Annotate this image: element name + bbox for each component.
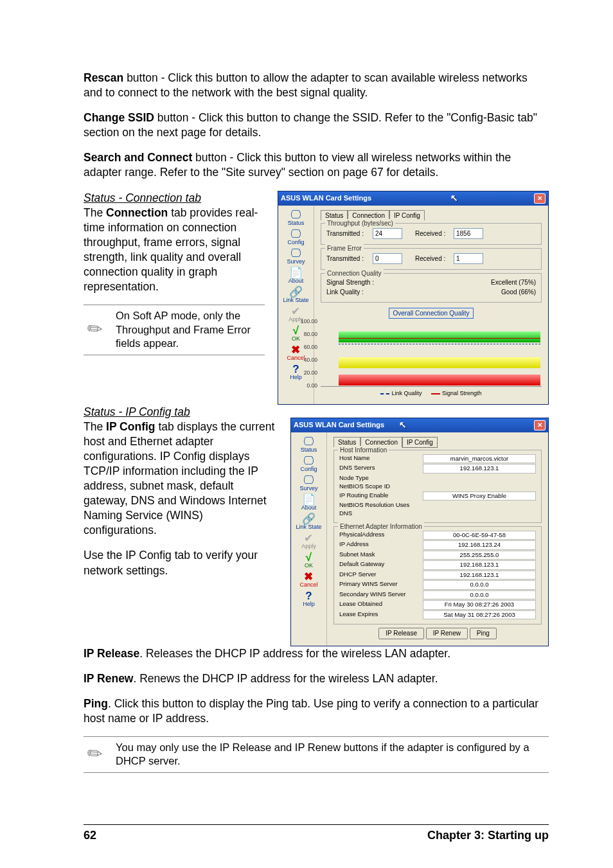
section-connection-text: The Connection tab provides real-time in… [84, 206, 265, 295]
pencil-icon: ✎ [78, 314, 111, 346]
search-paragraph: Search and Connect button - Click this b… [84, 150, 549, 180]
ipconfig-use-text: Use the IP Config tab to verify your net… [84, 548, 278, 578]
apply-icon: ✔ [289, 306, 303, 317]
chapter-title: Chapter 3: Starting up [427, 829, 549, 842]
close-button[interactable]: ✕ [534, 420, 546, 430]
tx-value: 24 [373, 228, 402, 239]
about-icon: 📄 [301, 494, 317, 505]
sidebar-item-apply: ✔Apply [301, 533, 316, 549]
section-ipconfig-title: Status - IP Config tab [84, 405, 278, 420]
changessid-bold: Change SSID [84, 111, 154, 124]
section-ipconfig-text: The IP Config tab displays the current h… [84, 420, 278, 538]
iprenew-paragraph: IP Renew. Renews the DHCP IP address for… [84, 671, 549, 686]
info-row: Secondary WINS Server0.0.0.0 [339, 590, 536, 600]
quality-graph: 100.00 80.00 60.00 40.00 20.00 0.00 [321, 322, 542, 387]
rx-value: 1856 [454, 228, 483, 239]
sidebar-item-status[interactable]: 🖵Status [301, 436, 317, 453]
info-row: Primary WINS Server0.0.0.0 [339, 580, 536, 590]
info-row: DHCP Server192.168.123.1 [339, 571, 536, 580]
info-row: Subnet Mask255.255.255.0 [339, 551, 536, 560]
link-icon: 🔗 [296, 513, 321, 524]
frameerror-title: Frame Error [325, 244, 364, 252]
ping-button[interactable]: Ping [470, 628, 497, 639]
info-row: DNS Servers192.168.123.1 [339, 464, 536, 474]
iprelease-paragraph: IP Release. Releases the DHCP IP address… [84, 646, 549, 661]
sidebar-item-survey[interactable]: 🖵Survey [299, 475, 317, 492]
sidebar-item-survey[interactable]: 🖵Survey [287, 248, 305, 265]
sidebar-item-cancel[interactable]: ✖Cancel [287, 344, 305, 361]
help-icon: ? [290, 364, 302, 375]
sidebar-item-about[interactable]: 📄About [289, 267, 304, 284]
rx-err-value: 1 [454, 253, 483, 264]
cursor-icon: ↖ [450, 192, 458, 204]
sidebar-item-ok[interactable]: √OK [292, 325, 300, 342]
sidebar-item-help[interactable]: ?Help [303, 590, 315, 607]
info-row: PhysicalAddress00-0C-6E-59-47-58 [339, 531, 536, 540]
throughput-title: Throughput (bytes/sec) [325, 219, 395, 227]
close-button[interactable]: ✕ [534, 193, 546, 204]
graph-title: Overall Connection Quality [389, 308, 474, 319]
info-row: Host Namemarvin_marcos.victor [339, 454, 536, 464]
config-icon: 🖵 [300, 456, 317, 466]
sidebar-item-about[interactable]: 📄About [301, 494, 317, 511]
apply-icon: ✔ [301, 533, 316, 544]
info-row: NetBIOS Scope ID [339, 483, 536, 491]
ping-paragraph: Ping. Click this button to display the P… [84, 696, 549, 726]
eth-info-title: Ethernet Adapter Information [338, 522, 424, 531]
sidebar-item-cancel[interactable]: ✖Cancel [299, 571, 317, 588]
sidebar-item-config[interactable]: 🖵Config [287, 229, 304, 245]
graph-legend: Link Quality Signal Strength [321, 389, 542, 398]
info-row: Lease ObtainedFri May 30 08:27:26 2003 [339, 600, 536, 610]
link-quality-value: Good (66%) [501, 288, 536, 296]
host-info-title: Host Information [338, 446, 389, 454]
link-icon: 🔗 [283, 287, 308, 297]
help-icon: ? [303, 590, 315, 601]
sidebar-item-config[interactable]: 🖵Config [300, 456, 317, 472]
sidebar-item-help[interactable]: ?Help [290, 364, 302, 380]
ipconfig-window: ASUS WLAN Card Settings ↖ ✕ 🖵Status 🖵Con… [290, 418, 549, 646]
tab-ipconfig[interactable]: IP Config [402, 437, 438, 448]
info-row: IP Routing EnableWINS Proxy Enable [339, 492, 536, 501]
sidebar-item-ok[interactable]: √OK [305, 552, 313, 569]
sidebar-item-linkstate[interactable]: 🔗Link State [296, 513, 321, 530]
cancel-icon: ✖ [299, 571, 317, 582]
connection-window: ASUS WLAN Card Settings ↖ ✕ 🖵Status 🖵Con… [278, 191, 549, 405]
ip-renew-button[interactable]: IP Renew [426, 628, 468, 639]
changessid-paragraph: Change SSID button - Click this button t… [84, 111, 549, 140]
note-dhcp: ✎ You may only use the IP Release and IP… [84, 736, 549, 773]
sidebar-item-linkstate[interactable]: 🔗Link State [283, 287, 308, 303]
search-bold: Search and Connect [84, 151, 192, 164]
info-row: Lease ExpiresSat May 31 08:27:26 2003 [339, 610, 536, 620]
rescan-bold: Rescan [84, 71, 123, 84]
ip-release-button[interactable]: IP Release [378, 628, 424, 639]
window-title: ASUS WLAN Card Settings [294, 420, 534, 430]
ok-icon: √ [292, 325, 300, 336]
status-icon: 🖵 [288, 209, 305, 220]
about-icon: 📄 [289, 267, 304, 278]
rescan-paragraph: Rescan button - Click this button to all… [84, 71, 549, 100]
sidebar-item-status[interactable]: 🖵Status [288, 209, 305, 226]
status-icon: 🖵 [301, 436, 317, 447]
window-title: ASUS WLAN Card Settings [281, 193, 534, 203]
info-row: IP Address192.168.123.24 [339, 540, 536, 550]
connq-title: Connection Quality [325, 269, 384, 278]
cancel-icon: ✖ [287, 344, 305, 355]
info-row: NetBIOS Resolution Uses DNS [339, 501, 536, 517]
signal-strength-value: Excellent (75%) [491, 278, 536, 287]
survey-icon: 🖵 [287, 248, 305, 259]
info-row: Node Type [339, 474, 536, 483]
page-footer: 62 Chapter 3: Starting up [84, 824, 549, 842]
cursor-icon: ↖ [399, 419, 407, 430]
survey-icon: 🖵 [299, 475, 317, 486]
tx-err-value: 0 [373, 253, 402, 264]
pencil-icon: ✎ [78, 738, 111, 771]
section-connection-title: Status - Connection tab [84, 191, 265, 206]
info-row: Default Gateway192.168.123.1 [339, 560, 536, 570]
note-softap: ✎ On Soft AP mode, only the Throughput a… [84, 305, 265, 355]
config-icon: 🖵 [287, 229, 304, 240]
ok-icon: √ [305, 552, 313, 563]
page-number: 62 [84, 829, 96, 842]
